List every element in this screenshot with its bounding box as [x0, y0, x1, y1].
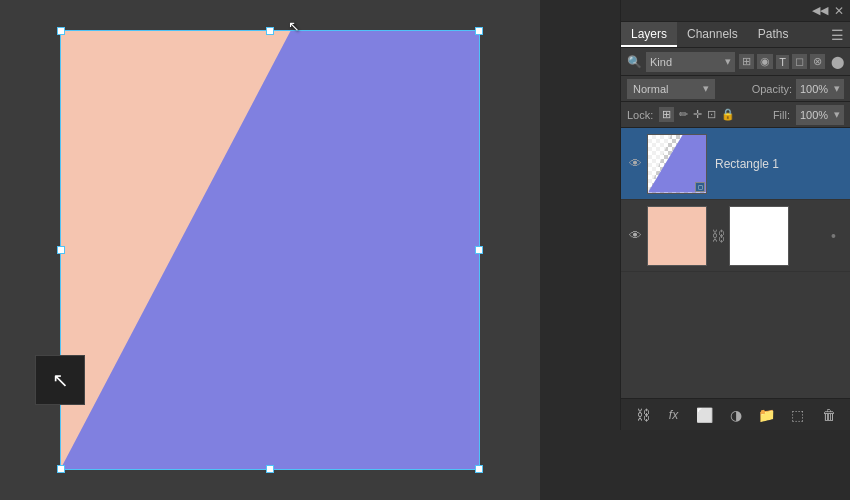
blend-mode-label: Normal [633, 83, 668, 95]
link-layers-icon[interactable]: ⛓ [633, 405, 653, 425]
opacity-arrow: ▾ [834, 82, 840, 95]
lock-icons-group: ⊞ ✏ ✛ ⊡ 🔒 [659, 107, 735, 122]
lock-row: Lock: ⊞ ✏ ✛ ⊡ 🔒 Fill: 100% ▾ [621, 102, 850, 128]
layer-eye-rectangle1[interactable]: 👁 [627, 156, 643, 171]
filter-pixel-icon[interactable]: ⊞ [739, 54, 754, 69]
add-mask-icon[interactable]: ⬜ [695, 405, 715, 425]
lock-artboard-icon[interactable]: ⊡ [707, 108, 716, 121]
filter-shape-icon[interactable]: ◻ [792, 54, 807, 69]
artwork: ↖ [60, 30, 480, 470]
fill-value-field[interactable]: 100% ▾ [796, 105, 844, 125]
new-layer-icon[interactable]: ⬚ [788, 405, 808, 425]
lock-checkerboard-icon[interactable]: ⊞ [659, 107, 674, 122]
layer-smart-indicator: ◻ [695, 182, 705, 192]
new-group-icon[interactable]: 📁 [757, 405, 777, 425]
tool-indicator: ↖ [35, 355, 85, 405]
fill-value: 100% [800, 109, 828, 121]
lock-move-icon[interactable]: ✛ [693, 108, 702, 121]
fill-arrow: ▾ [834, 108, 840, 121]
fill-label: Fill: [773, 109, 790, 121]
layers-list[interactable]: 👁 ◻ Rectangle 1 👁 ⛓ • [621, 128, 850, 398]
panel-bottom-toolbar: ⛓ fx ⬜ ◑ 📁 ⬚ 🗑 [621, 398, 850, 430]
tab-channels[interactable]: Channels [677, 22, 748, 47]
canvas-area: ↖ [0, 0, 540, 500]
blend-mode-arrow: ▾ [703, 82, 709, 95]
layer-thumbnail-2 [647, 206, 707, 266]
filter-toggle-icon[interactable]: ⬤ [831, 55, 844, 69]
filter-kind-arrow: ▾ [725, 55, 731, 68]
lock-label: Lock: [627, 109, 653, 121]
layer-mask-thumbnail [729, 206, 789, 266]
blend-mode-select[interactable]: Normal ▾ [627, 79, 715, 99]
panel-menu-icon[interactable]: ☰ [825, 27, 850, 43]
filter-adjust-icon[interactable]: ◉ [757, 54, 773, 69]
layer-indicator-dot: • [831, 228, 836, 244]
fx-icon[interactable]: fx [664, 405, 684, 425]
opacity-label: Opacity: [752, 83, 792, 95]
tab-layers[interactable]: Layers [621, 22, 677, 47]
layer-thumbnail-rectangle1: ◻ [647, 134, 707, 194]
search-icon: 🔍 [627, 55, 642, 69]
lock-brush-icon[interactable]: ✏ [679, 108, 688, 121]
layer-item-rectangle1[interactable]: 👁 ◻ Rectangle 1 [621, 128, 850, 200]
filter-kind-label: Kind [650, 56, 672, 68]
layer-name-rectangle1: Rectangle 1 [711, 157, 844, 171]
filter-icon-group: ⊞ ◉ T ◻ ⊗ [739, 54, 825, 69]
layers-panel: ◀◀ ✕ Layers Channels Paths ☰ 🔍 Kind ▾ ⊞ … [620, 0, 850, 430]
panel-header-icons: ◀◀ ✕ [812, 4, 844, 18]
filter-kind-dropdown[interactable]: Kind ▾ [646, 52, 735, 72]
panel-collapse-icon[interactable]: ◀◀ [812, 4, 828, 17]
panel-tabs: Layers Channels Paths ☰ [621, 22, 850, 48]
panel-top-bar: ◀◀ ✕ [621, 0, 850, 22]
tab-paths[interactable]: Paths [748, 22, 799, 47]
filter-smart-icon[interactable]: ⊗ [810, 54, 825, 69]
filter-type-icon[interactable]: T [776, 55, 789, 69]
lock-all-icon[interactable]: 🔒 [721, 108, 735, 121]
opacity-value-field[interactable]: 100% ▾ [796, 79, 844, 99]
layer-item-2[interactable]: 👁 ⛓ • [621, 200, 850, 272]
adjustment-layer-icon[interactable]: ◑ [726, 405, 746, 425]
thumb-rect2-pink [648, 207, 706, 265]
filter-row: 🔍 Kind ▾ ⊞ ◉ T ◻ ⊗ ⬤ [621, 48, 850, 76]
select-tool-icon: ↖ [52, 370, 69, 390]
blend-opacity-row: Normal ▾ Opacity: 100% ▾ [621, 76, 850, 102]
opacity-value: 100% [800, 83, 828, 95]
delete-layer-icon[interactable]: 🗑 [819, 405, 839, 425]
panel-close-icon[interactable]: ✕ [834, 4, 844, 18]
layer-eye-2[interactable]: 👁 [627, 228, 643, 243]
smart-icon: ◻ [698, 183, 703, 190]
layer-link-icon[interactable]: ⛓ [711, 228, 723, 244]
